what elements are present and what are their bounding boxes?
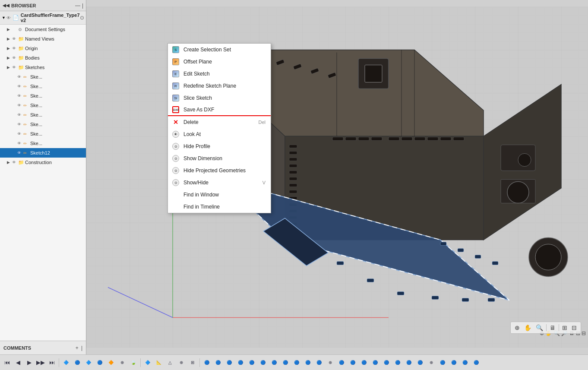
toolbar-body-10[interactable]: 🔵 — [303, 357, 313, 368]
toolbar-body-14[interactable]: 🔵 — [348, 357, 358, 368]
toolbar-feature-4[interactable]: ⊕ — [176, 357, 187, 368]
toolbar-body-2[interactable]: 🔵 — [213, 357, 223, 368]
toolbar-body-23[interactable]: 🔵 — [449, 357, 459, 368]
context-menu-item-find-in-timeline[interactable]: Find in Timeline — [168, 201, 271, 213]
toolbar-body-5[interactable]: 🔵 — [247, 357, 257, 368]
tree-item-sketch4[interactable]: 👁✏Ske... — [0, 101, 86, 110]
tree-item-sketch12[interactable]: 👁✏Sketch12 — [0, 148, 86, 158]
context-menu-item-hide-projected-geometries[interactable]: ⊙Hide Projected Geometries — [168, 164, 271, 177]
toolbar-sep-1 — [59, 358, 59, 367]
toolbar-body-12[interactable]: ⊕ — [325, 357, 335, 368]
toolbar-feature-5[interactable]: ⊞ — [187, 357, 198, 368]
toolbar-sketch-5[interactable]: 🔶 — [106, 357, 116, 368]
hand-icon[interactable]: ✋ — [523, 323, 533, 332]
toolbar-body-6[interactable]: 🔵 — [258, 357, 268, 368]
toolbar-body-3[interactable]: 🔵 — [224, 357, 234, 368]
toolbar-body-13[interactable]: 🔵 — [336, 357, 347, 368]
tree-item-bodies[interactable]: ▶👁📁Bodies — [0, 53, 86, 63]
toolbar-body-7[interactable]: 🔵 — [269, 357, 279, 368]
toolbar-body-9[interactable]: 🔵 — [291, 357, 302, 368]
toolbar-body-16[interactable]: 🔵 — [370, 357, 380, 368]
toolbar-body-19[interactable]: 🔵 — [404, 357, 414, 368]
type-icon: 📁 — [18, 46, 25, 51]
toolbar-feature-2[interactable]: 📐 — [154, 357, 164, 368]
pin-icon[interactable]: | — [82, 3, 83, 9]
tree-item-sketch6[interactable]: 👁✏Ske... — [0, 120, 86, 129]
toolbar-body-25[interactable]: 🔵 — [471, 357, 481, 368]
toolbar-body-18[interactable]: 🔵 — [392, 357, 403, 368]
toolbar-body-11[interactable]: 🔵 — [314, 357, 324, 368]
tree-item-label: Ske... — [30, 141, 84, 146]
grid-icon[interactable]: ⊞ — [561, 323, 569, 332]
tree-item-origin[interactable]: ▶👁📁Origin — [0, 44, 86, 53]
toolbar-feature-3[interactable]: △ — [165, 357, 175, 368]
context-menu-item-edit-sketch[interactable]: EEdit Sketch — [168, 68, 271, 80]
tree-item-sketch8[interactable]: 👁✏Ske... — [0, 139, 86, 148]
context-menu-item-offset-plane[interactable]: POffset Plane — [168, 56, 271, 68]
toolbar-skip-fwd[interactable]: ⏭ — [47, 357, 57, 368]
context-menu-item-find-in-window[interactable]: Find in Window — [168, 189, 271, 201]
toolbar-next[interactable]: ▶▶ — [35, 357, 46, 368]
type-icon: ✏ — [23, 112, 30, 117]
tree-item-sketch7[interactable]: 👁✏Ske... — [0, 129, 86, 139]
svg-rect-21 — [289, 171, 297, 174]
toolbar-sketch-7[interactable]: 🍃 — [128, 357, 139, 368]
toolbar-body-4[interactable]: 🔵 — [235, 357, 246, 368]
tree-item-sketch5[interactable]: 👁✏Ske... — [0, 110, 86, 120]
arrow-left-icon: ◀◀ — [3, 3, 9, 8]
move-icon[interactable]: ⊕ — [513, 323, 521, 332]
tree-item-sketch3[interactable]: 👁✏Ske... — [0, 91, 86, 101]
context-menu-label: Create Selection Set — [183, 47, 266, 53]
vp-sep2 — [559, 324, 559, 331]
toolbar-body-20[interactable]: 🔵 — [415, 357, 425, 368]
toolbar-body-24[interactable]: 🔵 — [460, 357, 470, 368]
redefine-icon: R — [171, 82, 180, 90]
toolbar-body-1[interactable]: 🔵 — [202, 357, 212, 368]
context-menu-item-show-hide[interactable]: ⊙Show/HideV — [168, 177, 271, 189]
toolbar-prev[interactable]: ◀ — [13, 357, 23, 368]
toolbar-play[interactable]: ▶ — [24, 357, 35, 368]
context-menu-item-create-selection-set[interactable]: SCreate Selection Set — [168, 44, 271, 56]
add-comment-icon[interactable]: + — [76, 345, 79, 351]
tree-item-sketch2[interactable]: 👁✏Ske... — [0, 82, 86, 91]
context-menu-item-slice-sketch[interactable]: SlSlice Sketch — [168, 92, 271, 104]
tree-item-construction[interactable]: ▶👁📁Construction — [0, 158, 86, 167]
toolbar-sketch-1[interactable]: 🔷 — [61, 357, 71, 368]
toolbar-body-15[interactable]: 🔵 — [359, 357, 369, 368]
context-menu-item-redefine-sketch-plane[interactable]: RRedefine Sketch Plane — [168, 80, 271, 92]
toolbar-sketch-6[interactable]: ⊕ — [117, 357, 127, 368]
toolbar-feature-1[interactable]: 🔷 — [142, 357, 153, 368]
toolbar-body-22[interactable]: 🔵 — [437, 357, 448, 368]
viewport[interactable]: ⊕ ✋ 🔍 🔎 🖥 ⊞ ⊟ — [86, 0, 588, 354]
toolbar-body-8[interactable]: 🔵 — [280, 357, 291, 368]
tree-item-sketch1[interactable]: 👁✏Ske... — [0, 72, 86, 82]
context-menu-item-delete[interactable]: ✕DeleteDel — [168, 116, 271, 128]
toolbar-body-21[interactable]: ⊕ — [426, 357, 436, 368]
hideproj-icon: ⊙ — [171, 166, 180, 175]
document-header[interactable]: ▼ 👁 📄 CardShufflerFrame_Type7 v2 ⊙ — [0, 11, 86, 25]
minus-icon[interactable]: — — [75, 3, 80, 9]
tree-item-doc-settings[interactable]: ▶⚙Document Settings — [0, 25, 86, 34]
context-menu-shortcut: Del — [258, 120, 266, 125]
toolbar-body-17[interactable]: 🔵 — [381, 357, 392, 368]
tree-item-label: Sketch12 — [30, 150, 84, 155]
browser-panel: ◀◀ BROWSER — | ▼ 👁 📄 CardShufflerFrame_T… — [0, 0, 86, 354]
toolbar-skip-back[interactable]: ⏮ — [2, 357, 12, 368]
type-icon: ✏ — [23, 150, 30, 155]
toolbar-sketch-4[interactable]: 🔵 — [95, 357, 105, 368]
context-menu-item-look-at[interactable]: 👁Look At — [168, 128, 271, 140]
tree-item-named-views[interactable]: ▶👁📁Named Views — [0, 34, 86, 44]
tree-item-sketches[interactable]: ▶👁📁Sketches — [0, 63, 86, 72]
context-menu-item-hide-profile[interactable]: ⊙Hide Profile — [168, 140, 271, 152]
eye-icon: 👁 — [17, 151, 23, 155]
toolbar-sketch-2[interactable]: 🔵 — [72, 357, 82, 368]
display-icon[interactable]: ⊟ — [570, 323, 578, 332]
view-icon[interactable]: 🖥 — [548, 323, 557, 332]
context-menu-item-show-dimension[interactable]: ⊙Show Dimension — [168, 152, 271, 164]
toolbar-sketch-3[interactable]: 🔷 — [83, 357, 94, 368]
eye-icon: 👁 — [12, 37, 18, 41]
tree-item-label: Ske... — [30, 131, 84, 136]
context-menu-item-save-as-dxf[interactable]: DXFSave As DXF — [168, 104, 271, 116]
zoom-icon[interactable]: 🔍 — [534, 323, 544, 332]
svg-rect-18 — [289, 152, 297, 155]
